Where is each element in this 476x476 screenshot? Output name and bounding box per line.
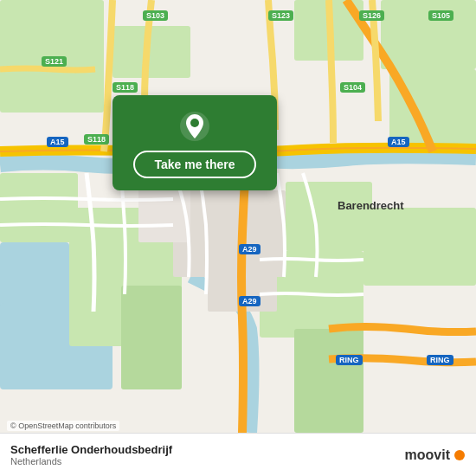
shield-RING: RING xyxy=(336,355,363,365)
place-title: Schefferlie Onderhoudsbedrijf xyxy=(10,443,172,456)
map-container: S103 S123 S126 S105 S121 S118 S104 S118 … xyxy=(0,0,476,476)
take-me-there-button[interactable]: Take me there xyxy=(133,151,255,178)
shield-A29b: A29 xyxy=(239,296,261,306)
shield-S103: S103 xyxy=(143,10,168,21)
shield-S118: S118 xyxy=(113,82,138,93)
svg-rect-12 xyxy=(363,208,476,286)
svg-rect-8 xyxy=(0,173,78,242)
place-subtitle: Netherlands xyxy=(10,456,172,466)
shield-S121: S121 xyxy=(42,56,67,67)
svg-rect-11 xyxy=(286,182,372,251)
shield-S105: S105 xyxy=(428,10,453,21)
shield-RINGb: RING xyxy=(427,355,453,365)
moovit-logo: moovit xyxy=(405,447,466,463)
shield-S123: S123 xyxy=(268,10,293,21)
moovit-text: moovit xyxy=(405,447,450,463)
osm-attribution: © OpenStreetMap contributors xyxy=(7,421,119,431)
svg-rect-10 xyxy=(121,286,182,389)
shield-A15: A15 xyxy=(47,137,68,147)
shield-A15b: A15 xyxy=(388,137,409,147)
shield-S126: S126 xyxy=(359,10,384,21)
bottom-bar: Schefferlie Onderhoudsbedrijf Netherland… xyxy=(0,433,476,476)
shield-S118b: S118 xyxy=(84,134,109,145)
location-pin-icon xyxy=(179,111,210,142)
shield-S104: S104 xyxy=(340,82,365,93)
moovit-dot-icon xyxy=(453,449,466,461)
city-label-barendrecht: Barendrecht xyxy=(338,199,404,212)
map-svg xyxy=(0,0,476,433)
svg-point-19 xyxy=(190,119,199,127)
shield-A29: A29 xyxy=(239,244,261,254)
svg-point-20 xyxy=(454,450,465,460)
svg-rect-14 xyxy=(294,329,363,433)
bottom-info: Schefferlie Onderhoudsbedrijf Netherland… xyxy=(10,443,172,466)
svg-rect-4 xyxy=(113,26,190,78)
popup-card: Take me there xyxy=(113,95,277,190)
